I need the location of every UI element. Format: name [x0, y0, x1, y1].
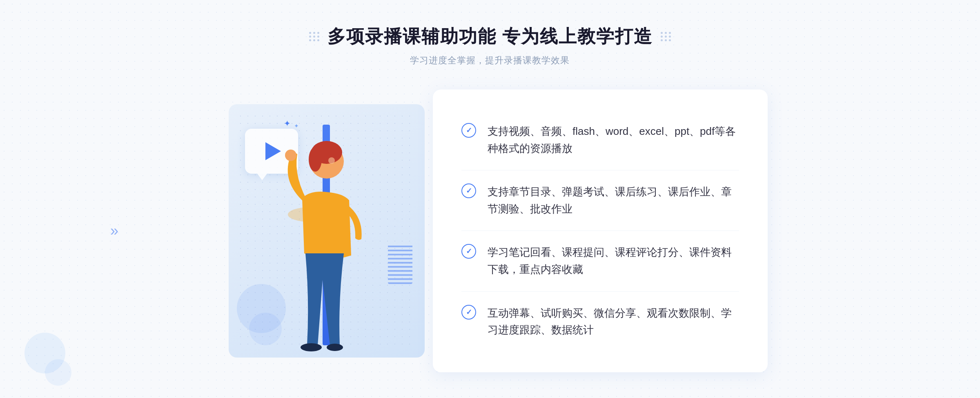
checkmark-1: ✓ [466, 127, 472, 134]
content-area: » ✦ ✦ [122, 89, 858, 372]
feature-text-2: 支持章节目录、弹题考试、课后练习、课后作业、章节测验、批改作业 [488, 183, 739, 217]
feature-item-2: ✓ 支持章节目录、弹题考试、课后练习、课后作业、章节测验、批改作业 [461, 170, 739, 231]
page-deco-circle-2 [45, 359, 71, 386]
page-container: 多项录播课辅助功能 专为线上教学打造 学习进度全 [0, 0, 980, 398]
left-chevrons-icon: » [110, 222, 118, 239]
svg-point-7 [328, 157, 335, 164]
feature-item-3: ✓ 学习笔记回看、课程提问、课程评论打分、课件资料下载，重点内容收藏 [461, 231, 739, 291]
feature-text-1: 支持视频、音频、flash、word、excel、ppt、pdf等各种格式的资源… [488, 123, 739, 157]
right-decorative-dots [661, 32, 671, 41]
deco-stripes [388, 243, 412, 284]
check-icon-2: ✓ [461, 183, 476, 198]
checkmark-3: ✓ [466, 248, 472, 255]
feature-item-4: ✓ 互动弹幕、试听购买、微信分享、观看次数限制、学习进度跟踪、数据统计 [461, 292, 739, 352]
features-card: ✓ 支持视频、音频、flash、word、excel、ppt、pdf等各种格式的… [433, 89, 768, 372]
feature-text-3: 学习笔记回看、课程提问、课程评论打分、课件资料下载，重点内容收藏 [488, 244, 739, 278]
svg-point-5 [301, 343, 322, 351]
svg-point-4 [285, 150, 296, 161]
page-title: 多项录播课辅助功能 专为线上教学打造 [327, 25, 653, 49]
page-subtitle: 学习进度全掌握，提升录播课教学效果 [309, 54, 671, 67]
svg-point-3 [309, 147, 322, 172]
check-icon-1: ✓ [461, 123, 476, 138]
title-wrapper: 多项录播课辅助功能 专为线上教学打造 [309, 25, 671, 49]
checkmark-2: ✓ [466, 187, 472, 195]
svg-point-6 [327, 344, 343, 351]
sparkle-icon-2: ✦ [294, 123, 299, 129]
feature-text-4: 互动弹幕、试听购买、微信分享、观看次数限制、学习进度跟踪、数据统计 [488, 305, 739, 339]
feature-item-1: ✓ 支持视频、音频、flash、word、excel、ppt、pdf等各种格式的… [461, 110, 739, 170]
illustration-wrapper: ✦ ✦ [212, 92, 441, 370]
header: 多项录播课辅助功能 专为线上教学打造 学习进度全 [309, 25, 671, 67]
left-decorative-dots [309, 32, 319, 41]
check-icon-3: ✓ [461, 244, 476, 259]
human-figure-illustration [245, 125, 384, 370]
check-icon-4: ✓ [461, 305, 476, 320]
checkmark-4: ✓ [466, 309, 472, 316]
sparkle-icon-1: ✦ [284, 119, 291, 128]
